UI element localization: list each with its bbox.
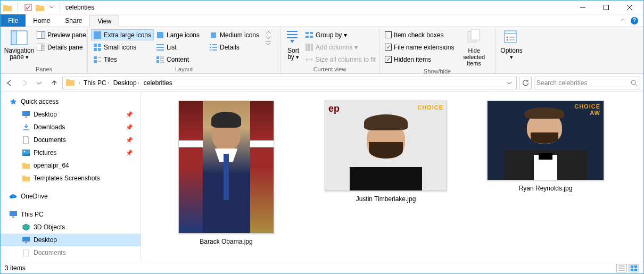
- tab-view[interactable]: View: [89, 15, 119, 27]
- layout-more-icon[interactable]: [266, 41, 274, 45]
- svg-rect-39: [25, 242, 27, 243]
- recent-locations-button[interactable]: [34, 77, 45, 89]
- details-view-button[interactable]: Details: [207, 41, 266, 53]
- maximize-button[interactable]: [595, 1, 618, 14]
- large-icons-view-icon[interactable]: [629, 264, 639, 272]
- sidebar-thispc[interactable]: This PC: [1, 208, 141, 221]
- svg-rect-42: [631, 269, 633, 271]
- svg-rect-1: [604, 5, 609, 10]
- svg-point-29: [507, 37, 508, 38]
- navigation-pane[interactable]: Quick access Desktop📌 Downloads📌 Documen…: [1, 92, 141, 262]
- window-title: celebrities: [65, 4, 94, 11]
- layout-scroll-down-icon[interactable]: [266, 36, 274, 40]
- tab-home[interactable]: Home: [26, 14, 57, 27]
- file-item[interactable]: Ryan Reynolds.jpg: [471, 97, 620, 248]
- group-by-button[interactable]: Group by ▾: [303, 29, 378, 40]
- qat-dropdown-icon[interactable]: [47, 3, 56, 12]
- sort-by-label: Sort by: [287, 47, 299, 61]
- pin-icon: 📌: [126, 150, 133, 156]
- extra-large-icons-button[interactable]: Extra large icons: [91, 29, 154, 40]
- forward-button[interactable]: [19, 77, 30, 89]
- svg-rect-14: [94, 60, 97, 63]
- sidebar-templates[interactable]: Templates Screenshots: [1, 172, 141, 185]
- tiles-button[interactable]: Tiles: [91, 54, 154, 65]
- svg-point-31: [631, 80, 635, 85]
- svg-rect-24: [308, 44, 310, 51]
- sidebar-documents-pc[interactable]: Documents: [1, 246, 141, 259]
- new-folder-icon[interactable]: [35, 3, 45, 12]
- sidebar-pictures[interactable]: Pictures📌: [1, 146, 141, 159]
- add-columns-button[interactable]: Add columns ▾: [303, 41, 378, 53]
- svg-rect-19: [306, 32, 309, 34]
- sidebar-3d-objects[interactable]: 3D Objects: [1, 221, 141, 234]
- svg-rect-33: [25, 117, 27, 118]
- pin-icon: 📌: [126, 111, 133, 118]
- details-pane-button[interactable]: Details pane: [35, 41, 88, 53]
- properties-icon[interactable]: [23, 3, 33, 12]
- file-name-extensions-toggle[interactable]: File name extensions: [383, 41, 456, 53]
- details-view-icon[interactable]: [616, 264, 627, 272]
- large-icons-button[interactable]: Large icons: [154, 29, 207, 40]
- search-box[interactable]: Search celebrities: [534, 77, 640, 89]
- sidebar-desktop-pc[interactable]: Desktop: [1, 234, 141, 246]
- svg-rect-5: [42, 31, 45, 38]
- svg-rect-37: [12, 217, 14, 218]
- tab-share[interactable]: Share: [57, 14, 89, 27]
- sidebar-documents[interactable]: Documents📌: [1, 134, 141, 146]
- svg-rect-43: [634, 269, 637, 271]
- back-button[interactable]: [4, 77, 15, 89]
- navigation-pane-button[interactable]: Navigation pane ▾: [4, 28, 35, 61]
- sidebar-desktop[interactable]: Desktop📌: [1, 108, 141, 121]
- list-button[interactable]: List: [154, 41, 207, 53]
- hidden-items-toggle[interactable]: Hidden items: [383, 54, 456, 65]
- preview-pane-button[interactable]: Preview pane: [35, 29, 88, 40]
- hide-selected-items-button[interactable]: Hide selected items: [456, 28, 492, 68]
- pictures-icon: [22, 148, 30, 157]
- options-button[interactable]: Options▾: [499, 28, 524, 61]
- title-bar: celebrities: [1, 1, 643, 14]
- file-item[interactable]: Barack Obama.jpg: [152, 97, 301, 248]
- download-icon: [22, 123, 30, 131]
- svg-rect-38: [22, 237, 30, 242]
- cube-icon: [22, 223, 30, 231]
- thumbnail-image: [487, 101, 604, 180]
- refresh-button[interactable]: [519, 77, 532, 89]
- navigation-pane-label: Navigation pane: [4, 47, 35, 61]
- svg-rect-13: [94, 56, 97, 59]
- file-item[interactable]: ANG Justin Timberlake.jpg: [311, 97, 460, 248]
- small-icons-button[interactable]: Small icons: [91, 41, 154, 53]
- help-button[interactable]: ?: [629, 14, 640, 27]
- svg-rect-20: [310, 32, 313, 34]
- breadcrumb-thispc[interactable]: This PC›: [81, 77, 111, 89]
- svg-rect-18: [211, 32, 216, 38]
- sort-by-button[interactable]: Sort by ▾: [284, 28, 303, 61]
- content-button[interactable]: Content: [154, 54, 207, 65]
- sidebar-downloads[interactable]: Downloads📌: [1, 121, 141, 134]
- svg-rect-28: [505, 31, 516, 43]
- close-button[interactable]: [618, 1, 641, 14]
- collapse-ribbon-icon[interactable]: [617, 14, 629, 27]
- medium-icons-button[interactable]: Medium icons: [207, 29, 266, 40]
- main-area: Quick access Desktop📌 Downloads📌 Documen…: [1, 92, 643, 262]
- navigation-bar: › This PC› Desktop› celebrities Search c…: [1, 74, 643, 92]
- status-bar: 3 items: [1, 262, 643, 273]
- sidebar-openalpr[interactable]: openalpr_64: [1, 159, 141, 172]
- address-dropdown-icon[interactable]: [503, 77, 515, 89]
- sidebar-onedrive[interactable]: OneDrive: [1, 190, 141, 203]
- breadcrumb-desktop[interactable]: Desktop›: [111, 77, 142, 89]
- item-check-boxes-toggle[interactable]: Item check boxes: [383, 29, 456, 40]
- address-bar[interactable]: › This PC› Desktop› celebrities: [62, 77, 517, 89]
- svg-rect-32: [22, 111, 30, 116]
- size-columns-button[interactable]: Size all columns to fit: [303, 54, 378, 65]
- sidebar-quick-access[interactable]: Quick access: [1, 95, 141, 108]
- minimize-button[interactable]: [571, 1, 595, 14]
- hide-selected-label: Hide selected items: [457, 47, 491, 67]
- content-pane[interactable]: Barack Obama.jpg ANG Justin Timberlake.j…: [141, 92, 643, 262]
- layout-group-label: Layout: [91, 65, 277, 73]
- svg-rect-27: [471, 29, 480, 40]
- search-icon: [630, 79, 638, 87]
- layout-scroll-up-icon[interactable]: [266, 30, 274, 35]
- breadcrumb-celebrities[interactable]: celebrities: [142, 77, 175, 89]
- up-button[interactable]: [48, 77, 60, 89]
- tab-file[interactable]: File: [1, 14, 26, 27]
